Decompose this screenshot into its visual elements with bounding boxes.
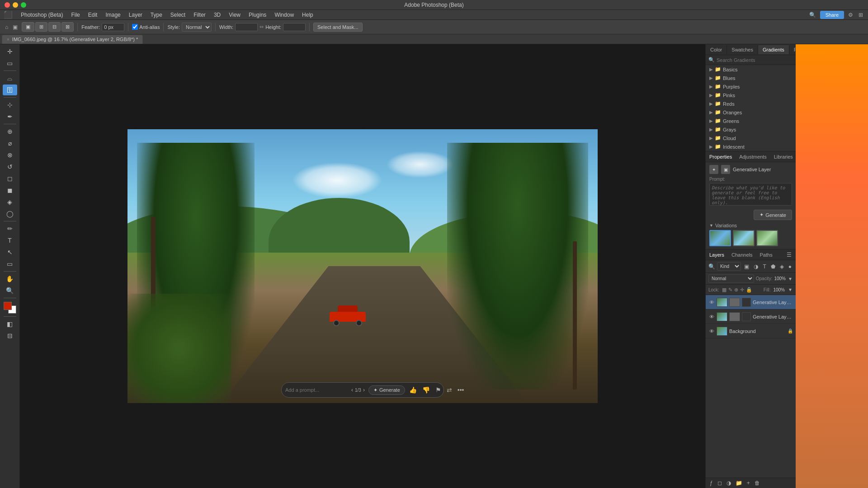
width-height-link[interactable]: ⇔ [259, 24, 264, 30]
gradient-tool[interactable]: ◼ [3, 185, 17, 196]
tab-layers[interactable]: Layers [706, 250, 728, 259]
menu-window[interactable]: Window [271, 11, 297, 19]
workspace-button[interactable]: ⚙ [847, 11, 854, 19]
minimize-button[interactable] [13, 2, 18, 8]
tab-swatches[interactable]: Swatches [727, 45, 758, 54]
variation-thumb-2[interactable] [733, 230, 755, 246]
healing-brush[interactable]: ⊕ [3, 126, 17, 137]
new-selection-btn[interactable]: ▣ [22, 22, 34, 32]
width-input[interactable] [235, 23, 258, 31]
gradient-pinks[interactable]: ▶ 📁 Pinks [706, 91, 796, 99]
variation-thumb-1[interactable] [709, 230, 731, 246]
gradient-search-input[interactable] [717, 57, 793, 63]
prompt-input[interactable] [285, 387, 348, 393]
layer-item-bg[interactable]: 👁 Background 🔒 [706, 324, 796, 338]
layer-filter-shape-btn[interactable]: ⬟ [769, 263, 777, 270]
lock-image-icon[interactable]: ✎ [728, 287, 732, 293]
tab-close-btn[interactable]: × [7, 37, 9, 42]
gradient-grays[interactable]: ▶ 📁 Grays [706, 125, 796, 134]
window-controls[interactable] [5, 2, 26, 8]
move-tool[interactable]: ✛ [3, 46, 17, 57]
lock-artboard-icon[interactable]: ⊕ [734, 287, 738, 293]
fill-arrow-btn[interactable]: ▾ [788, 286, 793, 293]
inter-selection-btn[interactable]: ⊠ [61, 22, 74, 32]
layer-visibility-bg[interactable]: 👁 [708, 328, 715, 334]
opacity-arrow-btn[interactable]: ▾ [788, 275, 793, 282]
layer-filter-toggle-btn[interactable]: ● [787, 263, 793, 270]
properties-generate-btn[interactable]: ✦ Generate [754, 210, 792, 220]
layer-filter-smart-btn[interactable]: ◈ [778, 263, 785, 270]
tab-color[interactable]: Color [706, 45, 727, 54]
layers-kind-select[interactable]: Kind [717, 262, 741, 271]
add-selection-btn[interactable]: ⊞ [35, 22, 47, 32]
gradient-cloud[interactable]: ▶ 📁 Cloud [706, 134, 796, 142]
tab-channels[interactable]: Channels [728, 250, 756, 259]
share-button[interactable]: Share [820, 11, 844, 19]
menu-layer[interactable]: Layer [125, 11, 146, 19]
dodge-tool[interactable]: ◯ [3, 208, 17, 219]
flag-btn[interactable]: ⚑ [434, 385, 443, 394]
canvas-area[interactable]: ‹ 1/3 › ✦ Generate 👍 👎 ⚑ ⇄ ••• [20, 44, 705, 488]
gradient-greens[interactable]: ▶ 📁 Greens [706, 117, 796, 125]
home-btn[interactable]: ⌂ [4, 23, 9, 31]
document-tab[interactable]: × IMG_0660.jpeg @ 16.7% (Generative Laye… [2, 35, 143, 44]
tab-gradients[interactable]: Gradients [758, 45, 789, 54]
anti-alias-checkbox[interactable] [132, 24, 138, 30]
layer-filter-adj-btn[interactable]: ◑ [752, 263, 760, 270]
menu-3d[interactable]: 3D [210, 11, 224, 19]
add-layer-style-btn[interactable]: ƒ [708, 479, 714, 487]
tab-libraries[interactable]: Libraries [770, 152, 797, 161]
maximize-button[interactable] [21, 2, 26, 8]
brush-tool[interactable]: ⌀ [3, 138, 17, 149]
feather-input[interactable] [102, 23, 124, 31]
quick-select-tool[interactable]: ⚿ [3, 84, 17, 95]
arrange-button[interactable]: ⊞ [857, 11, 864, 19]
clone-stamp[interactable]: ⊗ [3, 150, 17, 160]
compare-btn[interactable]: ⇄ [445, 385, 453, 394]
add-mask-btn[interactable]: ◻ [716, 479, 723, 487]
lock-all-icon[interactable]: 🔒 [746, 287, 752, 293]
next-variation-btn[interactable]: › [362, 386, 366, 394]
eraser-tool[interactable]: ◻ [3, 173, 17, 184]
layer-visibility-gen1[interactable]: 👁 [708, 314, 715, 320]
new-group-btn[interactable]: 📁 [734, 479, 744, 487]
gradient-purples[interactable]: ▶ 📁 Purples [706, 82, 796, 91]
path-selection[interactable]: ↖ [3, 247, 17, 258]
lasso-tool[interactable]: ⌓ [3, 73, 17, 84]
variations-header[interactable]: ▼ Variations [709, 223, 792, 228]
thumbs-down-btn[interactable]: 👎 [421, 385, 431, 394]
tab-paths[interactable]: Paths [756, 250, 776, 259]
menu-image[interactable]: Image [102, 11, 124, 19]
history-brush[interactable]: ↺ [3, 161, 17, 172]
screen-mode-btn[interactable]: ⊟ [3, 330, 17, 341]
layer-item-gen1[interactable]: 👁 Generative Layer 1 [706, 310, 796, 324]
close-button[interactable] [5, 2, 10, 8]
search-button[interactable]: 🔍 [808, 11, 817, 19]
layer-filter-type-btn[interactable]: T [761, 263, 767, 270]
gradient-basics[interactable]: ▶ 📁 Basics [706, 65, 796, 74]
quick-mask-btn[interactable]: ◧ [3, 319, 17, 329]
shape-tool[interactable]: ▭ [3, 258, 17, 269]
crop-tool[interactable]: ⊹ [3, 99, 17, 110]
layer-item-gen2[interactable]: 👁 Generative Layer 2 [706, 295, 796, 310]
variation-thumb-3[interactable] [756, 230, 778, 246]
blend-mode-select[interactable]: Normal [708, 274, 754, 283]
tab-properties[interactable]: Properties [706, 152, 736, 161]
sub-selection-btn[interactable]: ⊟ [48, 22, 61, 32]
menu-edit[interactable]: Edit [85, 11, 101, 19]
height-input[interactable] [283, 23, 306, 31]
type-tool[interactable]: T [3, 235, 17, 246]
zoom-tool[interactable]: 🔍 [3, 285, 17, 296]
thumbs-up-btn[interactable]: 👍 [408, 385, 418, 394]
foreground-color-swatch[interactable] [4, 302, 12, 310]
prompt-generate-btn[interactable]: ✦ Generate [368, 385, 405, 395]
menu-plugins[interactable]: Plugins [245, 11, 270, 19]
properties-prompt-textarea[interactable] [709, 183, 792, 206]
prev-variation-btn[interactable]: ‹ [350, 386, 354, 394]
tab-adjustments[interactable]: Adjustments [736, 152, 770, 161]
marquee-tool[interactable]: ▭ [3, 58, 17, 69]
delete-layer-btn[interactable]: 🗑 [753, 479, 761, 487]
eyedropper-tool[interactable]: ✒ [3, 111, 17, 122]
pen-tool[interactable]: ✏ [3, 223, 17, 234]
menu-select[interactable]: Select [167, 11, 189, 19]
